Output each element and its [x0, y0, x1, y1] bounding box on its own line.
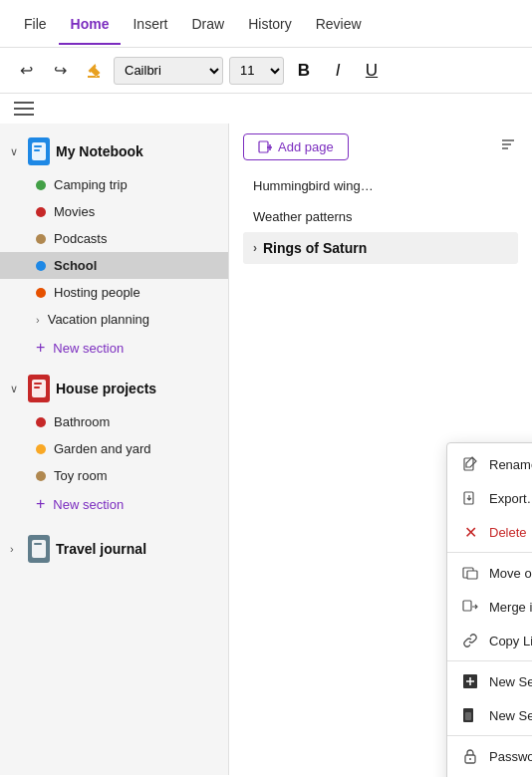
ctx-delete-label: Delete	[489, 525, 527, 540]
menu-history[interactable]: History	[236, 10, 304, 38]
add-page-row: Add page	[243, 133, 518, 160]
notebook-label-house: House projects	[56, 381, 156, 396]
ctx-new-section-label: New Section	[489, 674, 532, 689]
section-dot-toyroom	[36, 471, 46, 481]
move-icon	[461, 564, 479, 582]
ctx-move-copy-label: Move or Copy…	[489, 566, 532, 581]
chevron-right-icon-rings: ›	[253, 241, 257, 255]
notebook-icon-house	[28, 375, 50, 402]
ctx-copy-link[interactable]: Copy Link to Section	[447, 624, 532, 657]
notebook-label-travel: Travel journal	[56, 541, 146, 557]
section-dot-garden	[36, 444, 46, 454]
bold-button[interactable]: B	[290, 57, 318, 85]
ctx-move-copy[interactable]: Move or Copy…	[447, 556, 532, 590]
italic-button[interactable]: I	[324, 57, 352, 85]
chevron-right-icon-travel: ›	[10, 543, 22, 555]
font-selector[interactable]: Cailbri	[114, 57, 223, 85]
ctx-merge[interactable]: Merge into Another Section…	[447, 590, 532, 624]
page-hummingbird[interactable]: Hummingbird wing…	[243, 170, 518, 201]
svg-rect-7	[34, 543, 42, 545]
sort-icon	[498, 134, 518, 154]
main-layout: ∨ My Notebook Camping trip Movies Podcas…	[0, 124, 532, 775]
section-bathroom[interactable]: Bathroom	[0, 408, 228, 435]
section-label-hosting: Hosting people	[54, 285, 140, 300]
notebook-icon-my-notebook	[28, 137, 50, 165]
section-label-toyroom: Toy room	[54, 468, 107, 483]
menu-home[interactable]: Home	[59, 10, 122, 38]
ctx-delete[interactable]: ✕ Delete	[447, 515, 532, 549]
sidebar: ∨ My Notebook Camping trip Movies Podcas…	[0, 124, 229, 775]
lock-icon	[461, 747, 479, 765]
chevron-down-icon-house: ∨	[10, 383, 22, 395]
ctx-export-label: Export…	[489, 491, 532, 506]
ctx-new-section[interactable]: New Section	[447, 664, 532, 698]
section-dot-school	[36, 261, 46, 271]
section-label-movies: Movies	[54, 204, 95, 219]
add-page-label: Add page	[278, 139, 334, 154]
sort-button[interactable]	[498, 134, 518, 159]
section-heading-label: Rings of Saturn	[263, 240, 367, 256]
section-vacation[interactable]: › Vacation planning	[0, 306, 228, 333]
plus-icon-house: +	[36, 495, 45, 513]
highlighter-button[interactable]	[80, 57, 108, 85]
menu-file[interactable]: File	[12, 10, 59, 38]
hamburger-row	[0, 94, 532, 124]
section-podcasts[interactable]: Podcasts	[0, 225, 228, 252]
ctx-section-color[interactable]: Section Color ›	[447, 773, 532, 777]
section-label-bathroom: Bathroom	[54, 414, 110, 429]
ctx-divider-3	[447, 735, 532, 736]
undo-button[interactable]: ↩	[12, 57, 40, 85]
menu-review[interactable]: Review	[304, 10, 374, 38]
rename-icon	[461, 455, 479, 473]
page-weather[interactable]: Weather patterns	[243, 201, 518, 232]
content-area: Add page Hummingbird wing… Weather patte…	[229, 124, 532, 775]
section-toyroom[interactable]: Toy room	[0, 462, 228, 489]
svg-rect-8	[259, 141, 268, 152]
add-page-button[interactable]: Add page	[243, 133, 349, 160]
ctx-password-label: Password Protect This Section	[489, 749, 532, 764]
section-camping-trip[interactable]: Camping trip	[0, 171, 228, 198]
notebook-house-projects[interactable]: ∨ House projects	[0, 369, 228, 408]
ctx-password[interactable]: Password Protect This Section	[447, 739, 532, 773]
ctx-rename[interactable]: Rename	[447, 447, 532, 481]
svg-rect-17	[467, 571, 477, 579]
new-section-group-icon	[461, 706, 479, 724]
svg-rect-6	[32, 540, 46, 558]
section-label-school: School	[54, 258, 97, 273]
underline-button[interactable]: U	[358, 57, 386, 85]
notebook-label-my-notebook: My Notebook	[56, 143, 143, 159]
hamburger-button[interactable]	[14, 102, 34, 116]
ctx-divider-1	[447, 552, 532, 553]
new-section-label-my-notebook: New section	[53, 341, 124, 356]
section-hosting[interactable]: Hosting people	[0, 279, 228, 306]
export-icon	[461, 489, 479, 507]
active-section-heading[interactable]: › Rings of Saturn	[243, 232, 518, 264]
font-size-selector[interactable]: 11	[229, 57, 284, 85]
svg-rect-23	[465, 712, 471, 720]
section-school[interactable]: School	[0, 252, 228, 279]
menu-draw[interactable]: Draw	[179, 10, 236, 38]
svg-rect-4	[34, 383, 42, 385]
section-garden[interactable]: Garden and yard	[0, 435, 228, 462]
svg-rect-18	[463, 601, 471, 611]
svg-point-25	[469, 758, 471, 760]
section-movies[interactable]: Movies	[0, 198, 228, 225]
merge-icon	[461, 598, 479, 616]
delete-icon: ✕	[461, 523, 479, 541]
menu-bar: File Home Insert Draw History Review	[0, 0, 532, 48]
context-menu: Rename Export… ✕ Delete Move or Copy…	[446, 442, 532, 777]
ctx-new-section-group[interactable]: New Section Group	[447, 698, 532, 732]
notebook-travel-journal[interactable]: › Travel journal	[0, 529, 228, 569]
svg-rect-2	[34, 149, 40, 151]
section-dot-bathroom	[36, 417, 46, 427]
menu-insert[interactable]: Insert	[121, 10, 179, 38]
new-section-icon	[461, 672, 479, 690]
section-dot-podcasts	[36, 234, 46, 244]
redo-button[interactable]: ↪	[46, 57, 74, 85]
add-page-icon	[258, 140, 272, 154]
ctx-new-section-group-label: New Section Group	[489, 708, 532, 723]
new-section-my-notebook[interactable]: + New section	[0, 333, 228, 363]
notebook-my-notebook[interactable]: ∨ My Notebook	[0, 131, 228, 171]
new-section-house[interactable]: + New section	[0, 489, 228, 519]
ctx-export[interactable]: Export…	[447, 481, 532, 515]
